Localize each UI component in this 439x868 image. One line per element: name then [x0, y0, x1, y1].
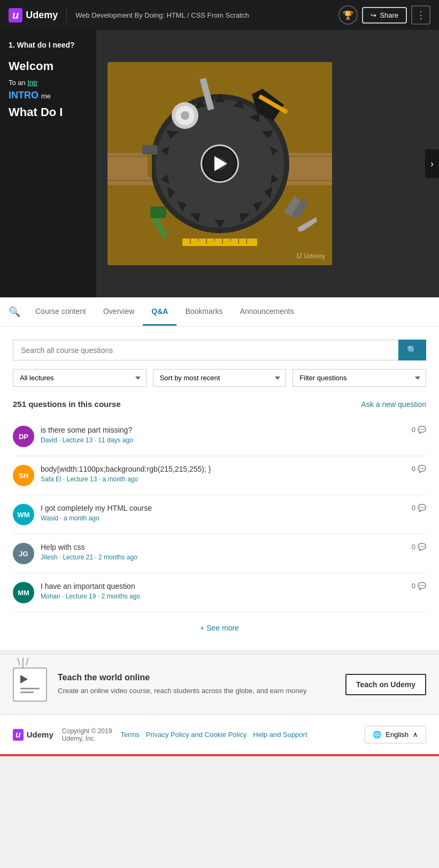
question-item[interactable]: DP is there some part missing? David · L… [13, 417, 426, 456]
footer: u Udemy Copyright © 2019 Udemy, Inc. Ter… [0, 715, 439, 754]
slide-welcome: Welcom [9, 59, 88, 74]
search-button[interactable]: 🔍 [398, 340, 426, 360]
svg-rect-34 [150, 206, 166, 218]
see-more-link[interactable]: + See more [200, 624, 239, 632]
search-row: 🔍 [13, 340, 426, 360]
question-item[interactable]: JG Help with css Jitesh · Lecture 21 · 2… [13, 534, 426, 573]
search-input[interactable] [13, 340, 398, 360]
tab-announcements[interactable]: Announcements [231, 298, 302, 326]
terms-link[interactable]: Terms [120, 731, 139, 739]
teach-on-udemy-button[interactable]: Teach on Udemy [345, 674, 426, 695]
avatar: SH [13, 465, 34, 486]
tabs-bar: 🔍 Course content Overview Q&A Bookmarks … [0, 297, 439, 327]
video-watermark: U Udemy [296, 251, 325, 260]
footer-logo: u Udemy [13, 729, 53, 741]
search-tab-icon[interactable]: 🔍 [9, 297, 27, 326]
tab-bookmarks[interactable]: Bookmarks [176, 298, 231, 326]
teach-desc: Create an online video course, reach stu… [58, 686, 335, 696]
video-thumbnail[interactable]: U Udemy [107, 62, 332, 265]
reply-count: 0 💬 [412, 582, 426, 590]
svg-rect-35 [182, 239, 257, 246]
question-item[interactable]: SH body{width:1100px;background:rgb(215,… [13, 456, 426, 495]
teach-text: Teach the world online Create an online … [58, 673, 335, 696]
tab-qa-label: Q&A [151, 307, 168, 316]
tab-overview-label: Overview [103, 307, 134, 316]
reply-count: 0 💬 [412, 426, 426, 434]
header-actions: 🏆 ↪ Share ⋮ [338, 5, 430, 25]
tab-overview[interactable]: Overview [95, 298, 143, 326]
tab-bookmarks-label: Bookmarks [185, 307, 222, 316]
sort-filter[interactable]: Sort by most recent [153, 369, 287, 387]
tab-qa[interactable]: Q&A [143, 298, 176, 326]
avatar: DP [13, 426, 34, 447]
comment-icon: 💬 [418, 543, 426, 551]
slide-intro-text: INTRO me [9, 90, 88, 101]
svg-rect-44 [300, 231, 316, 236]
help-link[interactable]: Help and Support [253, 731, 307, 739]
question-meta: Mohan · Lecture 19 · 2 months ago [41, 593, 405, 600]
udemy-logo-u: u [9, 8, 22, 22]
question-body: body{width:1100px;background:rgb(215,215… [41, 465, 405, 483]
question-title: I got completely my HTML course [41, 504, 405, 512]
language-label: English [386, 731, 409, 739]
ellipsis-icon: ⋮ [416, 9, 426, 21]
globe-icon: 🌐 [373, 731, 381, 739]
teach-icon [13, 667, 47, 702]
reply-count: 0 💬 [412, 543, 426, 551]
tab-announcements-label: Announcements [240, 307, 294, 316]
share-label: Share [380, 11, 398, 19]
search-icon: 🔍 [407, 345, 418, 355]
more-button[interactable]: ⋮ [411, 5, 430, 25]
slide-number: 1. What do I need? [9, 41, 88, 49]
lines-group [20, 688, 40, 693]
share-arrow-icon: ↪ [371, 11, 376, 19]
teach-banner: Teach the world online Create an online … [0, 654, 439, 715]
header: u Udemy Web Development By Doing: HTML /… [0, 0, 439, 30]
reply-count: 0 💬 [412, 504, 426, 512]
footer-logo-u: u [13, 729, 24, 741]
question-count: 251 questions in this course [13, 400, 121, 409]
ask-question-link[interactable]: Ask a new question [361, 400, 426, 409]
teach-icon-wrapper [13, 667, 47, 702]
question-title: I have an important question [41, 582, 405, 590]
question-body: is there some part missing? David · Lect… [41, 426, 405, 444]
play-icon-small [20, 675, 28, 683]
share-button[interactable]: ↪ Share [362, 7, 407, 24]
footer-copyright: Copyright © 2019 Udemy, Inc. [62, 727, 112, 742]
next-button[interactable]: › [425, 150, 439, 178]
red-bottom-bar [0, 754, 439, 756]
chevron-up-icon: ∧ [413, 731, 418, 739]
play-button[interactable] [201, 144, 239, 183]
question-meta: Safa El · Lecture 13 · a month ago [41, 475, 405, 483]
question-item[interactable]: WM I got completely my HTML course Wasid… [13, 495, 426, 534]
question-body: Help with css Jitesh · Lecture 21 · 2 mo… [41, 543, 405, 561]
language-selector[interactable]: 🌐 English ∧ [365, 726, 426, 743]
header-logo: u Udemy [9, 8, 58, 22]
comment-icon: 💬 [418, 465, 426, 473]
comment-icon: 💬 [418, 426, 426, 434]
teach-heading: Teach the world online [58, 673, 335, 682]
question-body: I have an important question Mohan · Lec… [41, 582, 405, 600]
slide-whatdo: What Do I [9, 105, 88, 119]
questions-filter[interactable]: Filter questions [292, 369, 426, 387]
comment-icon: 💬 [418, 582, 426, 590]
slide-text-panel: 1. What do I need? Welcom To an Intr INT… [0, 30, 96, 297]
question-title: Help with css [41, 543, 405, 551]
question-meta: Jitesh · Lecture 21 · 2 months ago [41, 554, 405, 561]
avatar: JG [13, 543, 34, 564]
slide-toan: To an Intr [9, 79, 88, 87]
reply-count: 0 💬 [412, 465, 426, 473]
tab-course-content-label: Course content [35, 307, 86, 316]
teach-icon-inner [17, 672, 43, 697]
comment-icon: 💬 [418, 504, 426, 512]
tab-course-content[interactable]: Course content [27, 298, 95, 326]
lectures-filter[interactable]: All lectures [13, 369, 147, 387]
header-title: Web Development By Doing: HTML / CSS Fro… [75, 11, 332, 19]
avatar: WM [13, 504, 34, 525]
question-body: I got completely my HTML course Wasid · … [41, 504, 405, 522]
header-logo-text: Udemy [26, 10, 58, 21]
question-item[interactable]: MM I have an important question Mohan · … [13, 573, 426, 612]
video-area: 1. What do I need? Welcom To an Intr INT… [0, 30, 439, 297]
privacy-link[interactable]: Privacy Policy and Cookie Policy [146, 731, 247, 739]
trophy-button[interactable]: 🏆 [338, 5, 358, 25]
